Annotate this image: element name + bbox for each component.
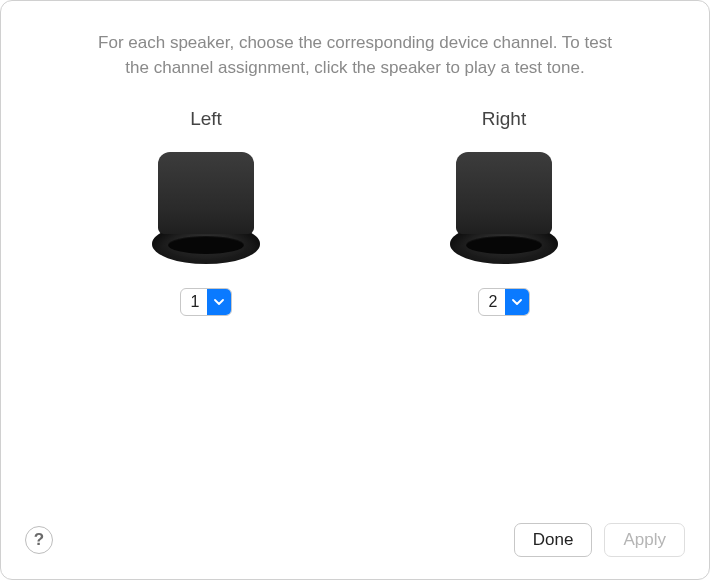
channel-selector-right[interactable]: 2 (478, 288, 531, 316)
apply-button: Apply (604, 523, 685, 557)
done-button-label: Done (533, 530, 574, 550)
chevron-down-icon (207, 289, 231, 315)
channel-value-left: 1 (181, 289, 208, 315)
channel-value-right: 2 (479, 289, 506, 315)
help-icon: ? (34, 530, 44, 550)
speaker-body-icon (158, 152, 254, 234)
speaker-block-right: Right 2 (450, 108, 558, 316)
speaker-test-button-right[interactable] (450, 152, 558, 264)
speaker-test-button-left[interactable] (152, 152, 260, 264)
instructions-line2: the channel assignment, click the speake… (41, 56, 669, 81)
done-button[interactable]: Done (514, 523, 593, 557)
chevron-down-icon (505, 289, 529, 315)
footer: ? Done Apply (1, 523, 709, 557)
speaker-block-left: Left 1 (152, 108, 260, 316)
instructions-text: For each speaker, choose the correspondi… (1, 1, 709, 80)
channel-selector-left[interactable]: 1 (180, 288, 233, 316)
speakers-row: Left 1 Right 2 (1, 108, 709, 316)
apply-button-label: Apply (623, 530, 666, 550)
help-button[interactable]: ? (25, 526, 53, 554)
instructions-line1: For each speaker, choose the correspondi… (98, 33, 612, 52)
speaker-body-icon (456, 152, 552, 234)
speaker-label-right: Right (482, 108, 526, 130)
speaker-label-left: Left (190, 108, 222, 130)
